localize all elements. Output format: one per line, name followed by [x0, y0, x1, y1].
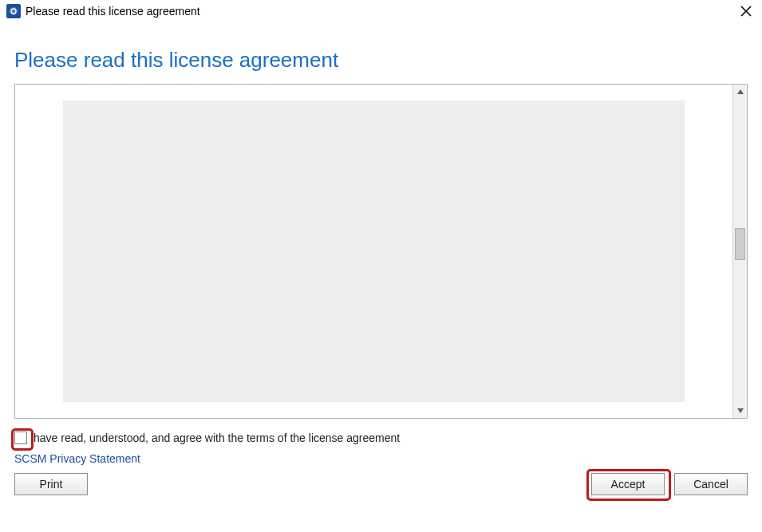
scroll-down-arrow[interactable] — [733, 404, 747, 418]
app-icon — [6, 4, 21, 18]
right-button-group: Accept Cancel — [591, 473, 748, 495]
close-button[interactable] — [736, 2, 756, 21]
agree-checkbox-label: have read, understood, and agree with th… — [34, 432, 400, 444]
button-row: Print Accept Cancel — [14, 473, 748, 495]
scrollbar[interactable] — [732, 85, 747, 418]
svg-marker-3 — [737, 89, 744, 94]
accept-button[interactable]: Accept — [591, 473, 665, 495]
license-text-inner — [63, 100, 685, 402]
scroll-up-arrow[interactable] — [733, 85, 747, 99]
license-text-area — [14, 84, 748, 419]
license-text-content — [15, 85, 732, 418]
agree-checkbox-row: have read, understood, and agree with th… — [14, 432, 748, 444]
print-button[interactable]: Print — [14, 473, 88, 495]
privacy-statement-link[interactable]: SCSM Privacy Statement — [14, 452, 140, 465]
scroll-thumb[interactable] — [735, 228, 745, 260]
titlebar: Please read this license agreement — [0, 0, 762, 22]
main-content: Please read this license agreement have … — [0, 22, 762, 503]
svg-marker-4 — [737, 408, 744, 413]
page-heading: Please read this license agreement — [14, 48, 748, 73]
agree-checkbox[interactable] — [14, 432, 27, 444]
cancel-button[interactable]: Cancel — [674, 473, 748, 495]
titlebar-text: Please read this license agreement — [26, 5, 200, 18]
